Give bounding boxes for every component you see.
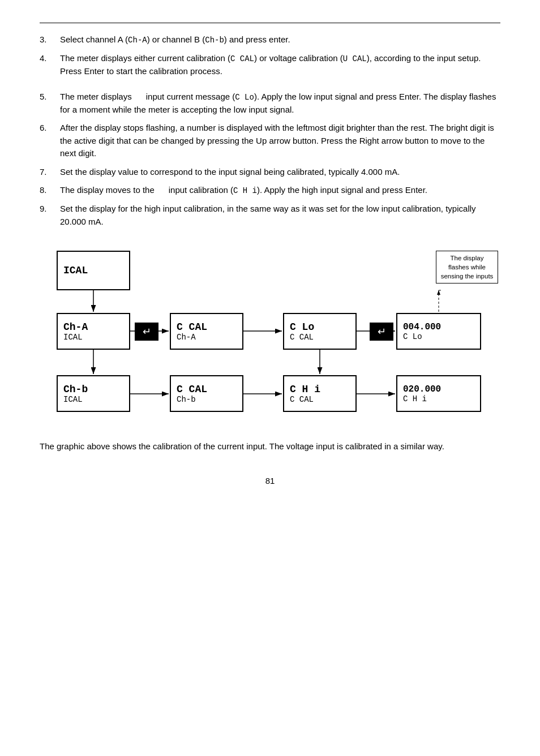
ccal-a-line1: C CAL xyxy=(177,321,207,333)
chb-line2: ICAL xyxy=(63,395,83,404)
list-item-8: 8. The display moves to the input calibr… xyxy=(40,184,500,197)
ccal-a-line2: Ch-A xyxy=(177,333,196,342)
ccal-a-box: C CAL Ch-A xyxy=(170,313,243,350)
list-item-7: 7. Set the display value to correspond t… xyxy=(40,166,500,179)
ical-box: ICAL xyxy=(57,251,130,290)
enter-button-1: ↵ xyxy=(135,323,158,341)
ccal-b-box: C CAL Ch-b xyxy=(170,375,243,412)
calibration-diagram: ICAL Ch-A ICAL ↵ C CAL Ch-A C Lo C CAL ↵… xyxy=(40,245,504,426)
list-item-6: 6. After the display stops flashing, a n… xyxy=(40,122,500,160)
val-a-box: 004.000 C Lo xyxy=(396,313,481,350)
enter-button-2: ↵ xyxy=(370,323,393,341)
tooltip-box: The display flashes while sensing the in… xyxy=(436,251,498,284)
clo-box: C Lo C CAL xyxy=(283,313,357,350)
top-divider xyxy=(40,23,500,23)
clo-line2: C CAL xyxy=(290,333,314,342)
footer-text: The graphic above shows the calibration … xyxy=(40,440,500,453)
ccal-b-line2: Ch-b xyxy=(177,395,196,404)
cha-box: Ch-A ICAL xyxy=(57,313,130,350)
chi-line2: C CAL xyxy=(290,395,314,404)
val-a-line1: 004.000 xyxy=(403,322,441,332)
list-item-3: 3. Select channel A (Ch-A) or channel B … xyxy=(40,33,500,46)
instructions-list: 3. Select channel A (Ch-A) or channel B … xyxy=(40,33,500,228)
page-number: 81 xyxy=(40,476,500,486)
list-item-4: 4. The meter displays either current cal… xyxy=(40,52,500,78)
chb-line1: Ch-b xyxy=(63,384,88,395)
val-a-line2: C Lo xyxy=(403,332,422,341)
chi-box: C H i C CAL xyxy=(283,375,357,412)
val-b-line1: 020.000 xyxy=(403,384,441,394)
chb-box: Ch-b ICAL xyxy=(57,375,130,412)
tooltip-text: The display flashes while sensing the in… xyxy=(441,255,494,280)
cha-line2: ICAL xyxy=(63,333,83,342)
clo-line1: C Lo xyxy=(290,321,314,333)
ical-line1: ICAL xyxy=(63,265,88,276)
list-item-5: 5. The meter displays input current mess… xyxy=(40,91,500,117)
cha-line1: Ch-A xyxy=(63,321,88,333)
val-b-box: 020.000 C H i xyxy=(396,375,481,412)
val-b-line2: C H i xyxy=(403,394,427,403)
list-item-9: 9. Set the display for the high input ca… xyxy=(40,203,500,228)
chi-line1: C H i xyxy=(290,384,320,395)
ccal-b-line1: C CAL xyxy=(177,384,207,395)
